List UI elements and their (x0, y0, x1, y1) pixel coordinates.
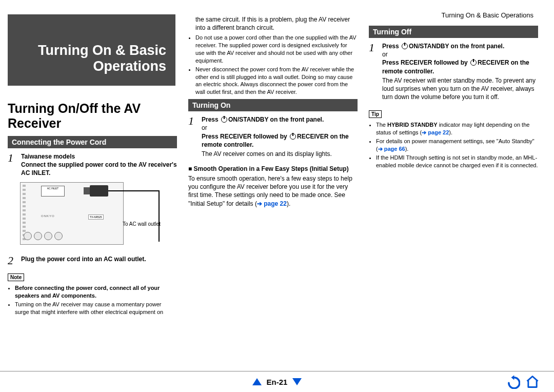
step-number: 1 (188, 115, 197, 160)
step-instruction: Press RECEIVER followed by RECEIVER on t… (202, 132, 358, 149)
step-1: 1 Press ON/STANDBY on the front panel. o… (188, 115, 358, 160)
step-instruction: Press ON/STANDBY on the front panel. (202, 115, 358, 124)
power-icon (290, 133, 296, 140)
step-2: 2 Plug the power cord into an AC wall ou… (8, 255, 177, 266)
warning-list: Do not use a power cord other than the o… (188, 34, 358, 96)
step-number: 1 (369, 42, 378, 103)
subsection-initial-setup: Smooth Operation in a Few Easy Steps (In… (188, 165, 358, 172)
step-number: 2 (8, 255, 17, 266)
note-item: Before connecting the power cord, connec… (15, 285, 160, 299)
step-result: The AV receiver comes on and its display… (202, 150, 358, 158)
note-item: Turning on the AV receiver may cause a m… (15, 301, 177, 316)
column-1: Turning On & Basic Operations Turning On… (8, 14, 177, 317)
step-1: 1 Press ON/STANDBY on the front panel. o… (369, 42, 538, 103)
chapter-title: Turning On & Basic Operations (8, 14, 175, 86)
tip-list: The HYBRID STANDBY indicator may light d… (369, 121, 538, 169)
column-3: Turning Off 1 Press ON/STANDBY on the fr… (369, 23, 538, 317)
diagram-label: To AC wall outlet (123, 221, 161, 227)
prev-page-button[interactable] (252, 378, 262, 385)
step-result: The AV receiver will enter standby mode.… (382, 76, 538, 102)
tip-item: If the HDMI Through setting is not set i… (376, 154, 538, 169)
footer: En-21 (0, 371, 554, 392)
warning-item: Do not use a power cord other than the o… (195, 34, 358, 64)
step-instruction: Connect the supplied power cord to the A… (21, 161, 177, 177)
or-text: or (202, 124, 358, 132)
section-connecting-power: Connecting the Power Cord (8, 136, 177, 148)
page-content: Turning On & Basic Operations Turning On… (0, 0, 554, 317)
step-number: 1 (8, 152, 17, 178)
section-turning-off: Turning Off (369, 26, 538, 38)
note-label: Note (8, 273, 24, 281)
step-1: 1 Taiwanese models Connect the supplied … (8, 152, 177, 178)
tip-item: The HYBRID STANDBY indicator may light d… (376, 121, 538, 136)
page-number: En-21 (267, 378, 288, 386)
back-icon[interactable] (506, 375, 520, 389)
step-instruction: Plug the power cord into an AC wall outl… (21, 255, 146, 266)
power-icon (221, 116, 227, 123)
column-2: the same circuit. If this is a problem, … (188, 14, 358, 317)
tip-item: For details on power management settings… (376, 138, 538, 153)
note-list: Before connecting the power cord, connec… (8, 284, 177, 316)
tip-label: Tip (369, 110, 382, 118)
page-title: Turning On/Off the AV Receiver (8, 101, 177, 131)
step-instruction: Press RECEIVER followed by RECEIVER on t… (382, 58, 538, 75)
step-subtitle: Taiwanese models (21, 152, 177, 161)
breadcrumb: Turning On & Basic Operations (0, 11, 533, 19)
page-link-22[interactable]: ➔ page 22 (257, 200, 287, 207)
power-icon (470, 60, 477, 66)
step-instruction: Press ON/STANDBY on the front panel. (382, 42, 538, 50)
warning-item: Never disconnect the power cord from the… (195, 66, 358, 96)
or-text: or (382, 50, 538, 58)
page-link-22[interactable]: ➔ page 22 (422, 129, 449, 135)
section-turning-on: Turning On (188, 99, 358, 111)
power-icon (402, 43, 408, 49)
home-icon[interactable] (525, 375, 540, 389)
page-link-66[interactable]: ➔ page 66 (378, 146, 405, 152)
ac-inlet-label: AC INLET (41, 186, 65, 197)
power-cord-diagram: AC INLET ONKYO TX-NR525 To AC wall outle… (20, 180, 169, 252)
subsection-body: To ensure smooth operation, here's a few… (188, 174, 358, 208)
next-page-button[interactable] (292, 378, 302, 385)
